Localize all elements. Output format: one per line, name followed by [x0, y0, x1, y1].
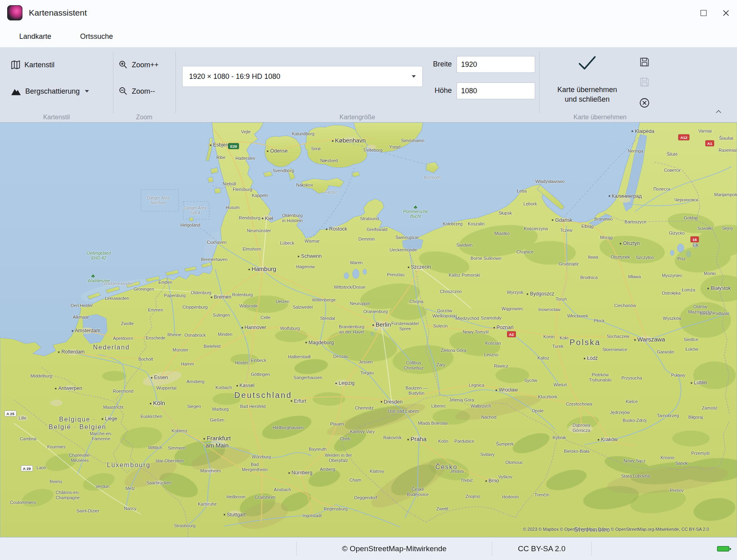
map-icon: [10, 60, 21, 70]
chevron-down-icon: [412, 75, 416, 78]
statusbar-divider: [591, 542, 592, 556]
cancel-button[interactable]: [638, 96, 651, 110]
zoom-out-label: Zoom--: [132, 87, 155, 96]
save-button[interactable]: [638, 55, 651, 69]
group-divider: [539, 51, 540, 113]
group-caption-zoom: Zoom: [136, 114, 153, 121]
status-bar: © OpenStreetMap-Mitwirkende CC BY-SA 2.0: [0, 537, 737, 560]
breite-label: Breite: [424, 60, 452, 68]
statusbar-divider: [296, 542, 297, 556]
group-caption-kartengroesse: Kartengröße: [340, 114, 375, 121]
window-title: Kartenassistent: [29, 8, 87, 18]
group-divider: [113, 51, 113, 113]
mountain-icon: [10, 86, 22, 96]
zoom-out-button[interactable]: Zoom--: [119, 86, 155, 96]
group-divider: [175, 51, 176, 113]
chevron-up-icon: [715, 110, 722, 114]
apply-label[interactable]: Karte übernehmen und schließen: [543, 85, 631, 104]
kartenstil-label: Kartenstil: [24, 61, 54, 69]
maximize-icon: [701, 10, 707, 16]
hoehe-input[interactable]: [457, 82, 535, 99]
statusbar-divider: [492, 542, 492, 556]
apply-button[interactable]: [577, 54, 598, 74]
map-image: [0, 122, 737, 537]
ribbon: Kartenstil Bergschattierung Zoom++ Zoom-…: [0, 47, 737, 122]
collapse-ribbon-button[interactable]: [715, 108, 722, 115]
breite-input[interactable]: [457, 56, 535, 73]
battery-icon: [717, 545, 731, 554]
hoehe-label: Höhe: [424, 86, 452, 95]
title-bar: Kartenassistent: [0, 0, 737, 26]
maximize-button[interactable]: [692, 0, 715, 26]
close-icon: [723, 10, 729, 16]
cancel-icon: [639, 97, 650, 108]
map-canvas[interactable]: VejleKalundborgKøbenhavnSimrishamnKlaipė…: [0, 122, 737, 537]
chevron-down-icon: [85, 90, 89, 92]
osm-attribution: © OpenStreetMap-Mitwirkende: [342, 544, 447, 553]
ribbon-tabs: Landkarte Ortssuche: [0, 26, 737, 47]
tab-ortssuche[interactable]: Ortssuche: [80, 32, 113, 41]
app-window: Kartenassistent Landkarte Ortssuche Kart…: [0, 0, 737, 560]
group-caption-uebernehmen: Karte übernehmen: [574, 114, 627, 121]
bergschattierung-label: Bergschattierung: [25, 87, 80, 96]
zoom-in-label: Zoom++: [132, 61, 159, 69]
zoom-out-icon: [119, 86, 128, 96]
save-as-button-disabled[interactable]: [638, 75, 651, 89]
tab-landkarte[interactable]: Landkarte: [19, 32, 51, 41]
zoom-in-button[interactable]: Zoom++: [119, 60, 159, 70]
save-icon: [639, 56, 650, 68]
close-button[interactable]: [715, 0, 737, 26]
app-icon: [7, 5, 22, 20]
license-label: CC BY-SA 2.0: [518, 544, 566, 553]
map-size-value: 1920 × 1080 - 16:9 HD 1080: [189, 72, 410, 81]
map-size-select[interactable]: 1920 × 1080 - 16:9 HD 1080: [182, 66, 423, 87]
bergschattierung-button[interactable]: Bergschattierung: [10, 86, 89, 96]
group-caption-kartenstil: Kartenstil: [43, 114, 70, 121]
kartenstil-button[interactable]: Kartenstil: [10, 60, 54, 70]
save-disabled-icon: [639, 76, 650, 88]
zoom-in-icon: [119, 60, 128, 70]
apply-check-icon: [577, 54, 598, 72]
